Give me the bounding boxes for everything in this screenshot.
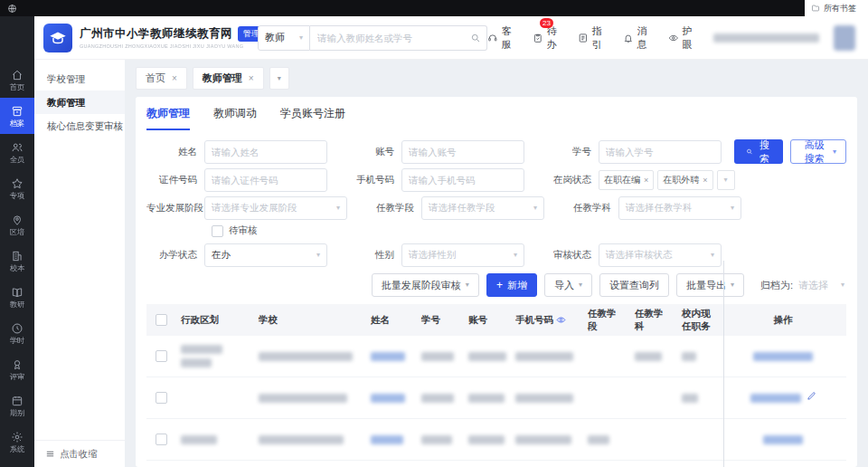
- collapse-sidebar-button[interactable]: 点击收缩: [34, 440, 125, 467]
- advanced-search-button[interactable]: 高级搜索 ▾: [790, 139, 846, 164]
- chevron-down-icon: ▾: [711, 252, 714, 259]
- idcard-label: 证件号码: [146, 174, 204, 186]
- table-row: [146, 419, 846, 461]
- archive-select[interactable]: 请选择 ▾: [798, 279, 846, 292]
- name-input[interactable]: [212, 147, 320, 157]
- redacted-text: [259, 394, 347, 403]
- run-status-select[interactable]: 在办 ▾: [204, 243, 327, 267]
- search-category-select[interactable]: 教师 ▾: [258, 25, 310, 51]
- teacher-management-card: 教师管理 教师调动 学员账号注册 姓名: [136, 97, 857, 467]
- global-search-input[interactable]: [310, 25, 487, 51]
- guide-button[interactable]: 指引: [578, 24, 609, 52]
- row-checkbox[interactable]: [156, 350, 167, 362]
- site-subtitle: GUANGZHOUSHI ZHONGXIAOXUE JIAOSHI JIXU J…: [80, 43, 219, 49]
- chevron-down-icon: ▾: [731, 205, 734, 212]
- tab-teacher-management[interactable]: 教师管理 ×: [193, 67, 264, 90]
- site-title-block: 广州市中小学教师继续教育网 管理平台 GUANGZHOUSHI ZHONGXIA…: [80, 26, 231, 49]
- account-input[interactable]: [409, 147, 517, 157]
- rail-item-district[interactable]: 区培: [0, 206, 34, 243]
- close-icon[interactable]: ×: [249, 73, 254, 83]
- col-sid: 学号: [416, 310, 463, 330]
- teach-stage-select[interactable]: 请选择任教学段 ▾: [421, 196, 544, 220]
- batch-stage-review-button[interactable]: 批量发展阶段审核 ▾: [372, 273, 479, 297]
- location-icon: [11, 214, 24, 226]
- redacted-text: [635, 352, 662, 361]
- redacted-actions[interactable]: [753, 352, 813, 361]
- rail-item-review[interactable]: 评审: [0, 351, 34, 387]
- todo-button[interactable]: 23 待办: [533, 24, 563, 52]
- submenu-item-teacher-management[interactable]: 教师管理: [34, 91, 125, 114]
- batch-export-button[interactable]: 批量导出 ▾: [676, 273, 744, 297]
- rail-item-hours[interactable]: 学时: [0, 315, 34, 351]
- review-status-label: 审核状态: [541, 249, 599, 262]
- search-form: 姓名 账号 学号: [146, 139, 846, 272]
- close-icon[interactable]: ×: [172, 73, 177, 83]
- dev-stage-select[interactable]: 请选择专业发展阶段 ▾: [204, 196, 347, 220]
- redacted-text: [468, 352, 506, 361]
- import-button[interactable]: 导入 ▾: [544, 273, 592, 297]
- site-title: 广州市中小学教师继续教育网: [80, 26, 232, 42]
- set-columns-button[interactable]: 设置查询列: [599, 273, 669, 297]
- rail-item-archive[interactable]: 档案: [0, 98, 34, 134]
- add-button[interactable]: + 新增: [486, 273, 537, 297]
- search-icon[interactable]: [470, 33, 481, 43]
- tab-home[interactable]: 首页 ×: [136, 67, 187, 90]
- redacted-text: [468, 394, 505, 403]
- avatar[interactable]: [834, 25, 855, 51]
- duty-status-multiselect[interactable]: 在职在编× 在职外聘× ▾: [599, 170, 722, 190]
- submenu-item-school-management[interactable]: 学校管理: [34, 67, 125, 91]
- run-status-label: 办学状态: [146, 249, 204, 262]
- col-name: 姓名: [365, 310, 416, 330]
- search-button[interactable]: 搜索: [734, 139, 783, 164]
- close-icon[interactable]: ×: [703, 176, 707, 185]
- close-icon[interactable]: ×: [644, 176, 648, 185]
- site-logo: [43, 24, 72, 52]
- redacted-text: [259, 352, 353, 361]
- hamburger-icon: [45, 449, 55, 459]
- redacted-link[interactable]: [371, 394, 405, 403]
- gender-select[interactable]: 请选择性别 ▾: [401, 243, 524, 267]
- eyecare-button[interactable]: 护眼: [668, 24, 699, 52]
- customer-service-button[interactable]: 客服: [487, 24, 518, 52]
- student-id-input[interactable]: [606, 147, 714, 157]
- home-icon: [11, 69, 24, 81]
- messages-button[interactable]: 消息: [623, 24, 654, 52]
- fixed-column-divider: [723, 261, 724, 467]
- phone-label: 手机号码: [344, 174, 401, 186]
- tab-list-dropdown[interactable]: ▾: [269, 67, 289, 90]
- review-status-select[interactable]: 请选择审核状态 ▾: [599, 243, 722, 267]
- calendar-icon: [11, 395, 24, 407]
- chevron-down-icon: ▾: [336, 205, 340, 212]
- card-tab-student-registration[interactable]: 学员账号注册: [280, 106, 345, 130]
- bookmarks-button[interactable]: 所有书签: [805, 0, 868, 16]
- phone-input[interactable]: [409, 175, 517, 186]
- teach-subject-select[interactable]: 请选择任教学科 ▾: [618, 196, 741, 220]
- rail-item-special[interactable]: 专项: [0, 170, 34, 206]
- row-checkbox[interactable]: [156, 392, 167, 404]
- duty-tag[interactable]: 在职在编×: [599, 170, 654, 190]
- redacted-actions[interactable]: [763, 435, 803, 444]
- rail-item-home[interactable]: 首页: [0, 62, 34, 98]
- duty-tag[interactable]: 在职外聘×: [657, 170, 712, 190]
- redacted-username: [713, 33, 819, 43]
- card-tab-teacher-management[interactable]: 教师管理: [146, 106, 190, 130]
- rail-item-all-staff[interactable]: 全员: [0, 134, 34, 170]
- edit-pencil-icon[interactable]: [807, 391, 816, 405]
- rail-item-term[interactable]: 期别: [0, 387, 34, 424]
- pending-review-checkbox[interactable]: [212, 225, 223, 237]
- name-label: 姓名: [146, 146, 204, 158]
- row-checkbox[interactable]: [156, 434, 167, 445]
- rail-item-system[interactable]: 系统: [0, 424, 34, 460]
- rail-item-research[interactable]: 教研: [0, 279, 34, 315]
- eye-icon: [668, 32, 679, 44]
- redacted-link[interactable]: [371, 352, 405, 361]
- eye-icon[interactable]: [556, 315, 566, 325]
- redacted-link[interactable]: [371, 435, 403, 444]
- idcard-input[interactable]: [212, 175, 320, 186]
- select-all-checkbox[interactable]: [156, 314, 167, 326]
- chevron-down-icon[interactable]: ▾: [717, 170, 735, 190]
- redacted-actions[interactable]: [750, 394, 801, 403]
- submenu-item-core-info-review[interactable]: 核心信息变更审核: [34, 114, 125, 138]
- card-tab-teacher-transfer[interactable]: 教师调动: [213, 106, 257, 130]
- rail-item-school-based[interactable]: 校本: [0, 243, 34, 279]
